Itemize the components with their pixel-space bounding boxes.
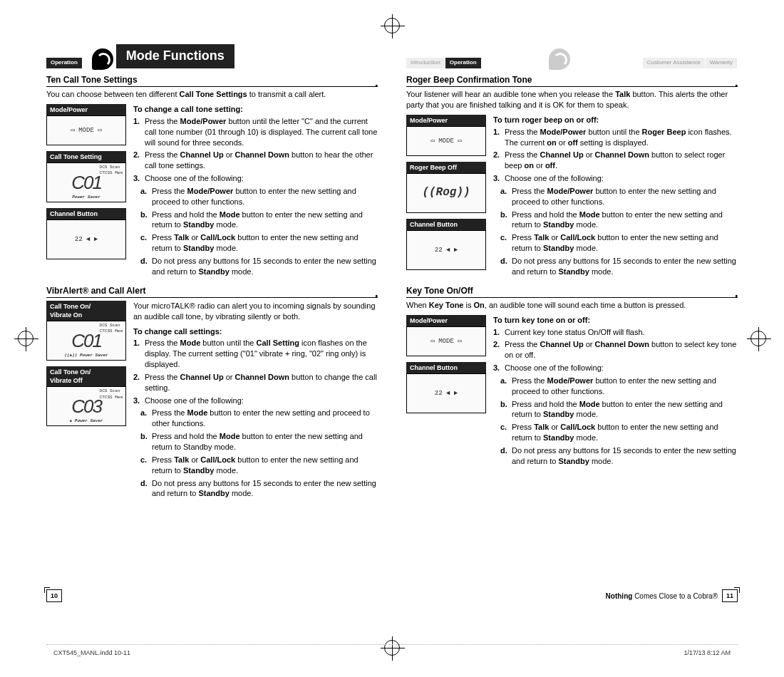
panel-label: Roger Beep Off [406, 162, 486, 173]
panel-label: Mode/Power [46, 104, 126, 115]
panel-label: Mode/Power [406, 115, 486, 126]
tagline: Nothing Comes Close to a Cobra® [606, 591, 718, 601]
lcd-illustration: DCS ScanCTCSS MemC01Power Saver [46, 162, 126, 202]
panel-column: Mode/Power▭ MODE ▭ Channel Button22 ◄ ► [406, 315, 486, 469]
lcd-illustration: DCS ScanCTCSS MemC01((▲)) Power Saver [46, 321, 126, 361]
footer-date: 1/17/13 8:12 AM [684, 648, 731, 657]
registration-mark-icon [751, 331, 766, 346]
right-header: Introduction Operation Customer Assistan… [406, 43, 738, 68]
section-heading-vibralert: VibrAlert® and Call Alert [46, 285, 378, 298]
left-header: Operation Mode Functions [46, 43, 378, 68]
footer-file: CXT545_MANL.indd 10-11 [53, 648, 130, 657]
page-title: Mode Functions [116, 44, 234, 68]
procedure-title: To turn key tone on or off: [493, 315, 738, 326]
intro-text: When Key Tone is On, an audible tone wil… [406, 300, 738, 311]
registration-mark-icon [18, 331, 33, 346]
procedure-title: To change call settings: [133, 326, 378, 337]
section-heading-key-tone: Key Tone On/Off [406, 285, 738, 298]
lcd-illustration: ((Rog)) [406, 173, 486, 213]
cobra-logo-icon [549, 48, 570, 70]
panel-label: Call Tone On/ Vibrate On [46, 301, 126, 321]
intro-text: Your listener will hear an audible tone … [406, 89, 738, 110]
breadcrumb-item-active: Operation [445, 58, 481, 68]
breadcrumb-item: Warranty [706, 58, 738, 68]
panel-label: Call Tone Setting [46, 151, 126, 162]
intro-text: Your microTALK® radio can alert you to i… [133, 301, 378, 322]
lcd-illustration: DCS ScanCTCSS MemC03▲ Power Saver [46, 386, 126, 426]
imposition-footer: CXT545_MANL.indd 10-11 1/17/13 8:12 AM [53, 648, 731, 657]
radio-illustration: 22 ◄ ► [406, 373, 486, 413]
radio-illustration: 22 ◄ ► [46, 219, 126, 259]
left-page: Operation Mode Functions Ten Call Tone S… [46, 43, 378, 609]
radio-illustration: 22 ◄ ► [406, 230, 486, 270]
right-page: Introduction Operation Customer Assistan… [406, 43, 738, 609]
panel-column: Mode/Power▭ MODE ▭ Call Tone SettingDCS … [46, 104, 126, 279]
cobra-logo-icon [92, 48, 113, 70]
footer-divider [46, 644, 738, 645]
section-heading-ten-call-tone: Ten Call Tone Settings [46, 74, 378, 87]
section-heading-roger-beep: Roger Beep Confirmation Tone [406, 74, 738, 87]
panel-label: Channel Button [406, 362, 486, 373]
procedure-title: To change a call tone setting: [133, 104, 378, 115]
procedure-title: To turn roger beep on or off: [493, 115, 738, 125]
registration-mark-icon [384, 18, 400, 33]
radio-illustration: ▭ MODE ▭ [46, 115, 126, 145]
panel-label: Channel Button [46, 208, 126, 219]
breadcrumb-item: Customer Assistance [643, 58, 706, 68]
panel-column: Mode/Power▭ MODE ▭ Roger Beep Off((Rog))… [406, 115, 486, 279]
panel-label: Call Tone On/ Vibrate Off [46, 366, 126, 386]
panel-label: Mode/Power [406, 315, 486, 326]
operation-tab: Operation [46, 58, 82, 68]
radio-illustration: ▭ MODE ▭ [406, 126, 486, 156]
page-number: 10 [46, 589, 62, 602]
page-spread: Operation Mode Functions Ten Call Tone S… [46, 43, 738, 609]
page-number: 11 [722, 589, 738, 602]
panel-label: Channel Button [406, 219, 486, 230]
breadcrumb-item: Introduction [406, 58, 445, 68]
panel-column: Call Tone On/ Vibrate OnDCS ScanCTCSS Me… [46, 301, 126, 501]
intro-text: You can choose between ten different Cal… [46, 89, 378, 100]
radio-illustration: ▭ MODE ▭ [406, 326, 486, 356]
